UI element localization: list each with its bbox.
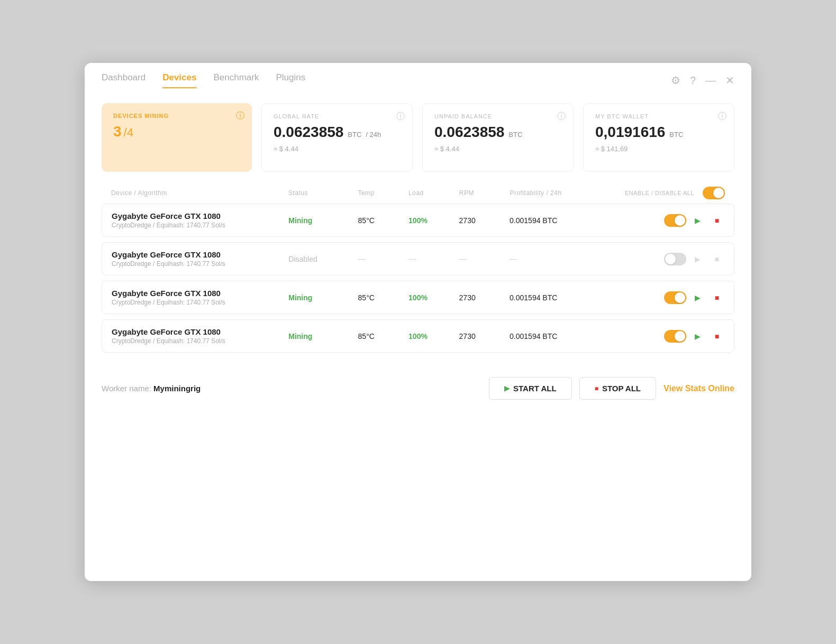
actions-col-2: ▶ ■ <box>611 252 724 266</box>
temp-col-2: --- <box>358 255 409 263</box>
rpm-col-3: 2730 <box>459 293 510 302</box>
table-row: Gygabyte GeForce GTX 1080 CryptoDredge /… <box>102 319 734 353</box>
unpaid-balance-usd: ≈ $ 4.44 <box>434 145 561 153</box>
btc-wallet-usd: ≈ $ 141,69 <box>595 145 722 153</box>
play-button-2[interactable]: ▶ <box>690 252 705 266</box>
nav-tabs: Dashboard Devices Benchmark Plugins <box>102 72 305 88</box>
start-all-label: START ALL <box>513 384 557 393</box>
profit-col-3: 0.001594 BTC <box>510 293 611 302</box>
device-name-3: Gygabyte GeForce GTX 1080 <box>112 289 288 298</box>
actions-col-4: ▶ ■ <box>611 329 724 344</box>
worker-label: Worker name: <box>102 384 151 393</box>
global-rate-usd: ≈ $ 4.44 <box>274 145 401 153</box>
app-window: Dashboard Devices Benchmark Plugins ⚙ ? … <box>85 63 751 581</box>
col-header-device: Device / Algorithm <box>111 189 288 197</box>
unpaid-balance-card: ⓘ UNPAID BALANCE 0.0623858 BTC ≈ $ 4.44 <box>422 103 574 172</box>
play-button-4[interactable]: ▶ <box>690 329 705 344</box>
stop-all-button[interactable]: ■ STOP ALL <box>579 377 656 400</box>
tab-plugins[interactable]: Plugins <box>276 72 305 88</box>
stop-all-stop-icon: ■ <box>595 385 598 392</box>
global-toggle-wrap <box>703 187 725 199</box>
device-col-3: Gygabyte GeForce GTX 1080 CryptoDredge /… <box>112 289 288 306</box>
status-badge-1: Mining <box>288 216 312 225</box>
btc-wallet-card: ⓘ MY BTC WALLET 0,0191616 BTC ≈ $ 141,69 <box>583 103 734 172</box>
tab-benchmark[interactable]: Benchmark <box>213 72 259 88</box>
status-badge-3: Mining <box>288 293 312 302</box>
stop-button-1[interactable]: ■ <box>710 213 724 228</box>
enable-all-toggle[interactable] <box>703 187 725 199</box>
window-controls: ⚙ ? — ✕ <box>671 74 734 87</box>
col-header-temp: Temp <box>358 189 408 197</box>
global-rate-card: ⓘ GLOBAL RATE 0.0623858 BTC / 24h ≈ $ 4.… <box>261 103 413 172</box>
profit-col-2: --- <box>510 255 611 263</box>
minimize-icon[interactable]: — <box>705 75 716 87</box>
start-all-play-icon: ▶ <box>504 384 510 392</box>
devices-mining-value: 3 /4 <box>113 123 240 140</box>
actions-col-1: ▶ ■ <box>611 213 724 228</box>
load-col-3: 100% <box>408 293 459 302</box>
load-col-1: 100% <box>408 216 459 225</box>
close-icon[interactable]: ✕ <box>725 74 734 87</box>
stats-row: ⓘ DEVICES MINING 3 /4 ⓘ GLOBAL RATE 0.06… <box>85 88 751 172</box>
device-algo-3: CryptoDredge / Equihash: 1740.77 Sol/s <box>112 299 288 306</box>
device-name-2: Gygabyte GeForce GTX 1080 <box>112 250 288 259</box>
row-toggle-thumb-1 <box>675 215 685 226</box>
temp-col-1: 85°C <box>358 216 409 225</box>
device-col-2: Gygabyte GeForce GTX 1080 CryptoDredge /… <box>112 250 288 268</box>
temp-col-4: 85°C <box>358 332 409 341</box>
device-algo-4: CryptoDredge / Equihash: 1740.77 Sol/s <box>112 337 288 345</box>
table-row: Gygabyte GeForce GTX 1080 CryptoDredge /… <box>102 281 734 314</box>
btc-wallet-value: 0,0191616 BTC <box>595 124 722 141</box>
status-col-2: Disabled <box>288 254 358 264</box>
tab-dashboard[interactable]: Dashboard <box>102 72 146 88</box>
load-col-2: --- <box>408 255 459 263</box>
unpaid-balance-label: UNPAID BALANCE <box>434 113 561 119</box>
tab-devices[interactable]: Devices <box>162 72 196 88</box>
device-algo-1: CryptoDredge / Equihash: 1740.77 Sol/s <box>112 222 288 229</box>
rpm-col-4: 2730 <box>459 332 510 341</box>
status-col-1: Mining <box>288 216 358 225</box>
footer-actions: ▶ START ALL ■ STOP ALL View Stats Online <box>489 377 734 400</box>
btc-wallet-label: MY BTC WALLET <box>595 113 722 119</box>
stop-all-label: STOP ALL <box>602 384 641 393</box>
col-header-profit: Profitability / 24h <box>510 189 611 197</box>
row-toggle-4[interactable] <box>664 330 686 343</box>
global-rate-info-icon[interactable]: ⓘ <box>396 111 405 122</box>
table-row: Gygabyte GeForce GTX 1080 CryptoDredge /… <box>102 204 734 237</box>
status-col-3: Mining <box>288 293 358 302</box>
enable-all-toggle-thumb <box>713 188 724 198</box>
stop-button-2[interactable]: ■ <box>710 252 724 266</box>
device-col-4: Gygabyte GeForce GTX 1080 CryptoDredge /… <box>112 327 288 345</box>
load-col-4: 100% <box>408 332 459 341</box>
devices-mining-info-icon[interactable]: ⓘ <box>236 111 244 122</box>
devices-mining-label: DEVICES MINING <box>113 113 240 119</box>
table-row: Gygabyte GeForce GTX 1080 CryptoDredge /… <box>102 242 734 275</box>
row-toggle-3[interactable] <box>664 291 686 304</box>
stop-button-4[interactable]: ■ <box>710 329 724 344</box>
global-rate-value: 0.0623858 BTC / 24h <box>274 124 401 141</box>
device-name-4: Gygabyte GeForce GTX 1080 <box>112 327 288 336</box>
settings-icon[interactable]: ⚙ <box>671 74 680 87</box>
device-col-1: Gygabyte GeForce GTX 1080 CryptoDredge /… <box>112 211 288 229</box>
col-header-actions: ENABLE / DISABLE ALL <box>611 187 725 199</box>
status-badge-2: Disabled <box>288 255 317 263</box>
profit-col-4: 0.001594 BTC <box>510 332 611 341</box>
device-name-1: Gygabyte GeForce GTX 1080 <box>112 211 288 220</box>
profit-col-1: 0.001594 BTC <box>510 216 611 225</box>
status-badge-4: Mining <box>288 332 312 341</box>
btc-wallet-info-icon[interactable]: ⓘ <box>718 111 726 122</box>
stop-button-3[interactable]: ■ <box>710 290 724 305</box>
col-header-load: Load <box>408 189 459 197</box>
row-toggle-2[interactable] <box>664 253 686 265</box>
footer: Worker name: Myminingrig ▶ START ALL ■ S… <box>85 358 751 415</box>
view-stats-link[interactable]: View Stats Online <box>664 384 734 393</box>
play-button-1[interactable]: ▶ <box>690 213 705 228</box>
play-button-3[interactable]: ▶ <box>690 290 705 305</box>
row-toggle-1[interactable] <box>664 214 686 227</box>
table-header: Device / Algorithm Status Temp Load RPM … <box>102 187 734 204</box>
start-all-button[interactable]: ▶ START ALL <box>489 377 572 400</box>
help-icon[interactable]: ? <box>690 75 696 87</box>
unpaid-balance-info-icon[interactable]: ⓘ <box>557 111 566 122</box>
actions-col-3: ▶ ■ <box>611 290 724 305</box>
col-header-status: Status <box>288 189 358 197</box>
